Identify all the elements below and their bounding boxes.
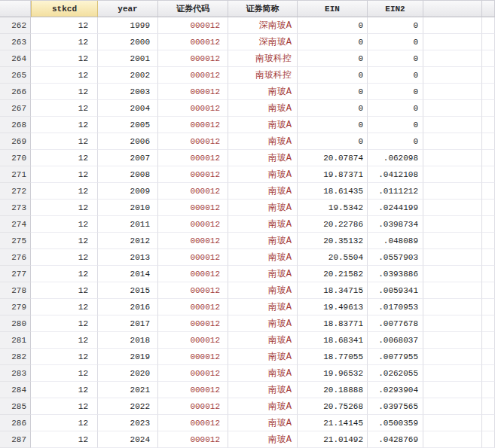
cell-ein2[interactable]: 0 (368, 117, 423, 133)
cell-ein2[interactable]: .062098 (368, 150, 423, 166)
cell-name[interactable]: 南玻科控 (228, 50, 298, 67)
column-header-ein[interactable]: EIN (298, 1, 368, 17)
cell-stkcd[interactable]: 12 (31, 349, 98, 365)
cell-ein[interactable]: 19.87371 (298, 166, 368, 183)
row-number[interactable]: 263 (0, 34, 31, 50)
cell-name[interactable]: 南玻A (228, 200, 298, 216)
cell-name[interactable]: 南玻A (228, 349, 298, 365)
cell-year[interactable]: 2006 (98, 133, 158, 150)
row-number[interactable]: 274 (0, 216, 31, 233)
cell-code[interactable]: 000012 (158, 299, 228, 315)
cell-stkcd[interactable]: 12 (31, 216, 98, 233)
cell-name[interactable]: 南玻A (228, 266, 298, 282)
cell-ein2[interactable]: .0059341 (368, 282, 423, 299)
cell-stkcd[interactable]: 12 (31, 282, 98, 299)
cell-stkcd[interactable]: 12 (31, 398, 98, 415)
row-number[interactable]: 280 (0, 315, 31, 332)
cell-year[interactable]: 2019 (98, 349, 158, 365)
cell-ein2[interactable]: .0068037 (368, 332, 423, 349)
cell-ein2[interactable]: .0398734 (368, 216, 423, 233)
cell-year[interactable]: 2014 (98, 266, 158, 282)
cell-stkcd[interactable]: 12 (31, 150, 98, 166)
cell-year[interactable]: 2009 (98, 183, 158, 200)
cell-name[interactable]: 南玻科控 (228, 67, 298, 84)
cell-name[interactable]: 南玻A (228, 282, 298, 299)
cell-stkcd[interactable]: 12 (31, 133, 98, 150)
cell-name[interactable]: 南玻A (228, 398, 298, 415)
cell-code[interactable]: 000012 (158, 282, 228, 299)
cell-stkcd[interactable]: 12 (31, 50, 98, 67)
cell-stkcd[interactable]: 12 (31, 382, 98, 398)
cell-ein[interactable]: 18.68341 (298, 332, 368, 349)
cell-ein2[interactable]: .0500359 (368, 415, 423, 431)
cell-ein[interactable]: 20.22786 (298, 216, 368, 233)
cell-ein[interactable]: 19.5342 (298, 200, 368, 216)
row-number[interactable]: 278 (0, 282, 31, 299)
cell-year[interactable]: 2003 (98, 84, 158, 100)
cell-year[interactable]: 2023 (98, 415, 158, 431)
cell-code[interactable]: 000012 (158, 332, 228, 349)
cell-code[interactable]: 000012 (158, 315, 228, 332)
row-number[interactable]: 262 (0, 17, 31, 34)
cell-ein[interactable]: 18.61435 (298, 183, 368, 200)
cell-ein2[interactable]: .0293904 (368, 382, 423, 398)
cell-stkcd[interactable]: 12 (31, 17, 98, 34)
cell-ein[interactable]: 19.96532 (298, 365, 368, 382)
cell-code[interactable]: 000012 (158, 266, 228, 282)
cell-year[interactable]: 2012 (98, 233, 158, 249)
cell-stkcd[interactable]: 12 (31, 34, 98, 50)
cell-ein[interactable]: 0 (298, 50, 368, 67)
column-header-code[interactable]: 证券代码 (158, 1, 228, 17)
cell-name[interactable]: 南玻A (228, 365, 298, 382)
cell-code[interactable]: 000012 (158, 382, 228, 398)
row-number[interactable]: 276 (0, 249, 31, 266)
row-number[interactable]: 267 (0, 100, 31, 117)
cell-ein[interactable]: 21.01492 (298, 431, 368, 448)
cell-stkcd[interactable]: 12 (31, 67, 98, 84)
row-number[interactable]: 273 (0, 200, 31, 216)
cell-year[interactable]: 2020 (98, 365, 158, 382)
cell-year[interactable]: 2018 (98, 332, 158, 349)
row-number[interactable]: 268 (0, 117, 31, 133)
cell-code[interactable]: 000012 (158, 183, 228, 200)
cell-name[interactable]: 南玻A (228, 431, 298, 448)
cell-year[interactable]: 2022 (98, 398, 158, 415)
cell-code[interactable]: 000012 (158, 50, 228, 67)
cell-stkcd[interactable]: 12 (31, 249, 98, 266)
cell-ein[interactable]: 0 (298, 133, 368, 150)
cell-ein[interactable]: 18.77055 (298, 349, 368, 365)
cell-ein[interactable]: 18.83771 (298, 315, 368, 332)
cell-ein2[interactable]: 0 (368, 17, 423, 34)
cell-code[interactable]: 000012 (158, 233, 228, 249)
cell-year[interactable]: 2007 (98, 150, 158, 166)
cell-ein2[interactable]: 0 (368, 133, 423, 150)
cell-ein2[interactable]: .0170953 (368, 299, 423, 315)
cell-ein2[interactable]: .048089 (368, 233, 423, 249)
cell-stkcd[interactable]: 12 (31, 117, 98, 133)
cell-name[interactable]: 南玻A (228, 150, 298, 166)
cell-ein[interactable]: 0 (298, 117, 368, 133)
cell-code[interactable]: 000012 (158, 200, 228, 216)
column-header-name[interactable]: 证券简称 (228, 1, 298, 17)
cell-name[interactable]: 南玻A (228, 299, 298, 315)
cell-ein2[interactable]: .0244199 (368, 200, 423, 216)
row-number[interactable]: 286 (0, 415, 31, 431)
cell-code[interactable]: 000012 (158, 349, 228, 365)
cell-ein2[interactable]: .0077955 (368, 349, 423, 365)
cell-stkcd[interactable]: 12 (31, 100, 98, 117)
cell-year[interactable]: 1999 (98, 17, 158, 34)
cell-code[interactable]: 000012 (158, 216, 228, 233)
cell-ein[interactable]: 20.35132 (298, 233, 368, 249)
cell-ein2[interactable]: .0397565 (368, 398, 423, 415)
cell-year[interactable]: 2011 (98, 216, 158, 233)
cell-ein[interactable]: 0 (298, 34, 368, 50)
cell-name[interactable]: 南玻A (228, 315, 298, 332)
cell-ein[interactable]: 0 (298, 100, 368, 117)
cell-name[interactable]: 南玻A (228, 117, 298, 133)
cell-ein[interactable]: 0 (298, 67, 368, 84)
cell-stkcd[interactable]: 12 (31, 431, 98, 448)
cell-code[interactable]: 000012 (158, 415, 228, 431)
cell-code[interactable]: 000012 (158, 17, 228, 34)
cell-year[interactable]: 2024 (98, 431, 158, 448)
cell-ein2[interactable]: 0 (368, 50, 423, 67)
